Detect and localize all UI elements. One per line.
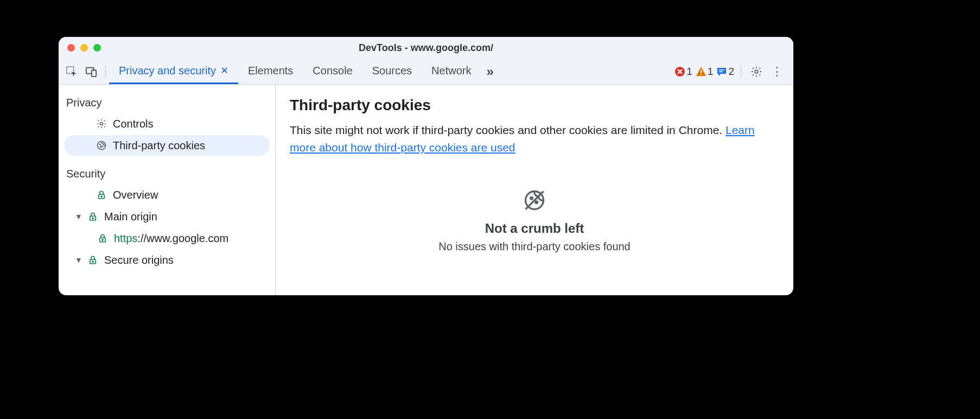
sidebar-section-security: Security <box>59 157 275 183</box>
tab-label: Sources <box>372 65 412 77</box>
lock-icon <box>96 233 110 243</box>
svg-rect-6 <box>719 69 724 71</box>
chevron-down-icon[interactable]: ▼ <box>72 256 86 264</box>
cookie-off-icon <box>523 188 546 214</box>
messages-count: 2 <box>728 66 734 78</box>
svg-point-8 <box>755 70 758 73</box>
lock-icon <box>86 255 100 265</box>
window-controls <box>59 44 101 52</box>
tab-console[interactable]: Console <box>303 59 362 84</box>
devtools-window: DevTools - www.google.com/ Privacy and s… <box>59 37 793 295</box>
lock-icon <box>86 212 100 221</box>
svg-point-11 <box>100 144 101 145</box>
sidebar-item-label: Main origin <box>100 211 157 223</box>
gear-icon <box>94 118 109 129</box>
device-toolbar-icon[interactable] <box>82 63 100 80</box>
close-tab-icon[interactable]: ✕ <box>220 65 228 77</box>
svg-point-13 <box>100 147 101 148</box>
empty-state-title: Not a crumb left <box>485 221 584 236</box>
panel-content: Privacy Controls Third-party cookies Sec… <box>59 85 793 295</box>
page-title: Third-party cookies <box>290 97 779 114</box>
more-options-icon[interactable]: ⋮ <box>768 63 786 80</box>
sidebar-item-label: Overview <box>109 189 158 201</box>
maximize-window-button[interactable] <box>93 44 101 52</box>
description-text: This site might not work if third-party … <box>290 124 726 136</box>
sidebar-item-third-party-cookies[interactable]: Third-party cookies <box>64 135 270 156</box>
chevron-down-icon[interactable]: ▼ <box>72 212 86 221</box>
empty-state-subtitle: No issues with third-party cookies found <box>438 240 631 253</box>
separator <box>105 65 106 78</box>
main-panel: Third-party cookies This site might not … <box>276 85 793 295</box>
error-icon <box>674 66 685 77</box>
message-icon <box>716 66 727 77</box>
sidebar-section-privacy: Privacy <box>59 91 275 112</box>
messages-badge[interactable]: 2 <box>716 66 734 78</box>
window-titlebar: DevTools - www.google.com/ <box>59 37 793 59</box>
sidebar-item-overview[interactable]: Overview <box>64 185 270 205</box>
errors-count: 1 <box>686 66 692 78</box>
svg-point-9 <box>100 123 103 125</box>
svg-point-23 <box>531 198 533 200</box>
settings-gear-icon[interactable] <box>748 63 765 80</box>
tab-network[interactable]: Network <box>422 59 481 84</box>
svg-rect-7 <box>719 71 723 72</box>
sidebar-item-label: Secure origins <box>100 254 174 266</box>
svg-point-12 <box>102 146 103 147</box>
svg-point-24 <box>536 201 538 204</box>
empty-state: Not a crumb left No issues with third-pa… <box>290 188 779 253</box>
svg-rect-2 <box>92 70 96 77</box>
sidebar-item-secure-origins[interactable]: ▼ Secure origins <box>64 250 270 270</box>
window-title: DevTools - www.google.com/ <box>59 42 793 54</box>
svg-rect-5 <box>701 74 702 75</box>
svg-point-15 <box>101 196 102 197</box>
tab-privacy-and-security[interactable]: Privacy and security ✕ <box>109 59 238 84</box>
description: This site might not work if third-party … <box>290 122 779 156</box>
sidebar-item-controls[interactable]: Controls <box>64 113 270 134</box>
sidebar: Privacy Controls Third-party cookies Sec… <box>59 85 276 295</box>
sidebar-item-label: Controls <box>109 118 153 130</box>
svg-point-21 <box>92 261 93 262</box>
svg-point-17 <box>92 218 93 219</box>
devtools-toolbar: Privacy and security ✕ Elements Console … <box>59 59 793 85</box>
more-tabs-icon[interactable]: » <box>481 59 499 84</box>
minimize-window-button[interactable] <box>80 44 88 52</box>
tab-label: Elements <box>248 65 293 77</box>
tab-elements[interactable]: Elements <box>238 59 303 84</box>
svg-rect-4 <box>701 69 702 73</box>
inspect-element-icon[interactable] <box>63 63 80 80</box>
svg-point-19 <box>102 239 103 240</box>
warnings-badge[interactable]: 1 <box>696 66 714 78</box>
sidebar-item-main-origin[interactable]: ▼ Main origin <box>64 206 270 227</box>
warnings-count: 1 <box>708 66 714 78</box>
separator <box>741 65 741 78</box>
tab-label: Privacy and security <box>119 65 216 77</box>
close-window-button[interactable] <box>67 44 75 52</box>
cookie-icon <box>94 140 109 151</box>
tab-sources[interactable]: Sources <box>362 59 422 84</box>
sidebar-item-label: Third-party cookies <box>109 139 205 152</box>
tab-label: Network <box>431 65 471 77</box>
lock-icon <box>94 190 109 200</box>
tab-label: Console <box>313 65 352 77</box>
warning-icon <box>696 66 707 77</box>
errors-badge[interactable]: 1 <box>674 66 692 78</box>
sidebar-item-origin-url[interactable]: https://www.google.com <box>64 228 270 249</box>
panel-tabs: Privacy and security ✕ Elements Console … <box>109 59 499 84</box>
origin-url: https://www.google.com <box>110 232 228 245</box>
